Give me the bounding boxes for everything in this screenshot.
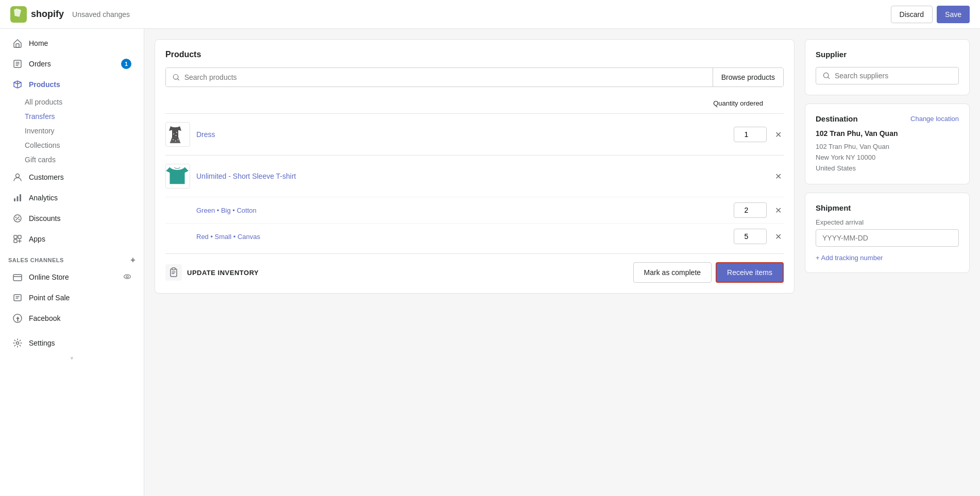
header-actions: Discard Save bbox=[891, 6, 970, 23]
search-input-wrap bbox=[166, 68, 713, 87]
variant-green-name[interactable]: Green • Big • Cotton bbox=[196, 207, 728, 214]
sidebar-item-customers[interactable]: Customers bbox=[4, 167, 140, 187]
table-row: Dress ✕ bbox=[165, 113, 784, 155]
orders-label: Orders bbox=[29, 60, 51, 68]
top-header: shopify Unsaved changes Discard Save bbox=[0, 0, 980, 29]
analytics-icon bbox=[12, 193, 23, 203]
dress-image bbox=[166, 123, 184, 145]
shipment-card-title: Shipment bbox=[816, 203, 959, 212]
right-panel: Supplier Destination Change location 102… bbox=[805, 39, 970, 486]
svg-point-17 bbox=[173, 75, 178, 79]
sidebar-item-point-of-sale[interactable]: Point of Sale bbox=[4, 287, 140, 308]
receive-items-button[interactable]: Receive items bbox=[716, 262, 784, 283]
search-products-input[interactable] bbox=[184, 73, 706, 81]
products-card-title: Products bbox=[165, 50, 784, 59]
destination-card: Destination Change location 102 Tran Phu… bbox=[805, 104, 970, 184]
svg-point-19 bbox=[173, 133, 174, 134]
update-inventory-section: UPDATE INVENTORY bbox=[165, 264, 259, 281]
analytics-label: Analytics bbox=[29, 194, 58, 202]
supplier-card-title: Supplier bbox=[816, 50, 959, 59]
apps-icon bbox=[12, 234, 23, 244]
sidebar-item-analytics[interactable]: Analytics bbox=[4, 187, 140, 208]
products-icon bbox=[12, 79, 23, 90]
variant-green-qty-input[interactable] bbox=[734, 202, 767, 218]
mark-as-complete-button[interactable]: Mark as complete bbox=[633, 262, 712, 283]
svg-point-28 bbox=[823, 73, 829, 78]
variant-red-qty-input[interactable] bbox=[734, 229, 767, 244]
online-store-icon bbox=[12, 272, 23, 282]
svg-rect-10 bbox=[14, 240, 17, 243]
sidebar-item-all-products[interactable]: All products bbox=[25, 95, 144, 109]
variant-green-remove-button[interactable]: ✕ bbox=[773, 203, 784, 217]
tshirt-remove-button[interactable]: ✕ bbox=[773, 169, 784, 183]
product-search-row: Browse products bbox=[165, 67, 784, 87]
svg-point-20 bbox=[175, 135, 176, 136]
tshirt-product-name[interactable]: Unlimited - Short Sleeve T-shirt bbox=[196, 172, 767, 180]
online-store-eye-icon bbox=[123, 272, 131, 282]
dress-product-name[interactable]: Dress bbox=[196, 130, 728, 139]
sidebar-item-transfers[interactable]: Transfers bbox=[25, 109, 144, 124]
customers-label: Customers bbox=[29, 173, 64, 181]
sidebar-item-products[interactable]: Products bbox=[4, 74, 140, 95]
sidebar-item-gift-cards[interactable]: Gift cards bbox=[25, 152, 144, 167]
destination-location-name: 102 Tran Phu, Van Quan bbox=[816, 129, 959, 138]
sidebar-item-facebook[interactable]: Facebook bbox=[4, 308, 140, 329]
svg-rect-9 bbox=[18, 235, 21, 238]
orders-badge: 1 bbox=[121, 59, 131, 69]
settings-label: Settings bbox=[29, 339, 55, 347]
destination-card-title: Destination bbox=[816, 114, 858, 123]
supplier-search-wrap bbox=[816, 67, 959, 84]
svg-rect-5 bbox=[17, 196, 19, 201]
search-suppliers-input[interactable] bbox=[835, 72, 952, 80]
main-layout: Home Orders 1 Products All products Tran… bbox=[0, 29, 980, 496]
sidebar-item-settings[interactable]: Settings bbox=[4, 333, 140, 353]
variant-row: Red • Small • Canvas ✕ bbox=[165, 223, 784, 249]
svg-point-23 bbox=[173, 139, 174, 140]
supplier-search-icon bbox=[822, 72, 831, 80]
dress-qty-input[interactable] bbox=[734, 127, 767, 142]
address-line1: 102 Tran Phu, Van Quan bbox=[816, 142, 959, 152]
sidebar-item-orders[interactable]: Orders 1 bbox=[4, 54, 140, 74]
sidebar-item-home[interactable]: Home bbox=[4, 33, 140, 54]
address-line3: United States bbox=[816, 163, 959, 174]
address-line2: New York NY 10000 bbox=[816, 152, 959, 163]
tshirt-image bbox=[166, 164, 189, 185]
svg-point-13 bbox=[126, 276, 128, 278]
discard-button[interactable]: Discard bbox=[891, 6, 933, 23]
sidebar-item-online-store[interactable]: Online Store bbox=[4, 267, 140, 287]
destination-header: Destination Change location bbox=[816, 114, 959, 123]
sales-channels-label: SALES CHANNELS bbox=[8, 257, 64, 263]
variant-red-remove-button[interactable]: ✕ bbox=[773, 230, 784, 244]
sidebar-item-discounts[interactable]: Discounts bbox=[4, 208, 140, 229]
dress-remove-button[interactable]: ✕ bbox=[773, 128, 784, 142]
svg-rect-11 bbox=[13, 275, 22, 281]
tshirt-thumbnail bbox=[165, 164, 190, 189]
point-of-sale-label: Point of Sale bbox=[29, 294, 70, 302]
home-label: Home bbox=[29, 39, 48, 47]
change-location-button[interactable]: Change location bbox=[910, 115, 959, 123]
save-button[interactable]: Save bbox=[937, 6, 970, 23]
sidebar-item-inventory[interactable]: Inventory bbox=[25, 124, 144, 138]
table-row: Unlimited - Short Sleeve T-shirt ✕ bbox=[165, 155, 784, 197]
add-sales-channel-button[interactable]: + bbox=[130, 255, 136, 265]
add-tracking-number-button[interactable]: + Add tracking number bbox=[816, 254, 883, 262]
discounts-label: Discounts bbox=[29, 214, 60, 223]
svg-rect-4 bbox=[14, 198, 15, 201]
sidebar-item-collections[interactable]: Collections bbox=[25, 138, 144, 152]
svg-rect-6 bbox=[20, 194, 21, 201]
action-buttons: Mark as complete Receive items bbox=[633, 262, 784, 283]
expected-arrival-label: Expected arrival bbox=[816, 218, 959, 226]
main-panel: Products Browse products Quantity ordere… bbox=[155, 39, 795, 486]
sidebar: Home Orders 1 Products All products Tran… bbox=[0, 29, 144, 496]
svg-point-3 bbox=[16, 174, 20, 178]
expected-arrival-input[interactable] bbox=[816, 229, 959, 247]
svg-rect-8 bbox=[14, 235, 17, 238]
dress-thumbnail bbox=[165, 122, 190, 147]
header-left: shopify Unsaved changes bbox=[10, 6, 130, 23]
destination-address: 102 Tran Phu, Van Quan New York NY 10000… bbox=[816, 142, 959, 174]
shipment-card: Shipment Expected arrival + Add tracking… bbox=[805, 193, 970, 273]
online-store-label: Online Store bbox=[29, 273, 69, 281]
sidebar-item-apps[interactable]: Apps bbox=[4, 229, 140, 249]
browse-products-button[interactable]: Browse products bbox=[713, 68, 783, 87]
variant-red-name[interactable]: Red • Small • Canvas bbox=[196, 233, 728, 241]
